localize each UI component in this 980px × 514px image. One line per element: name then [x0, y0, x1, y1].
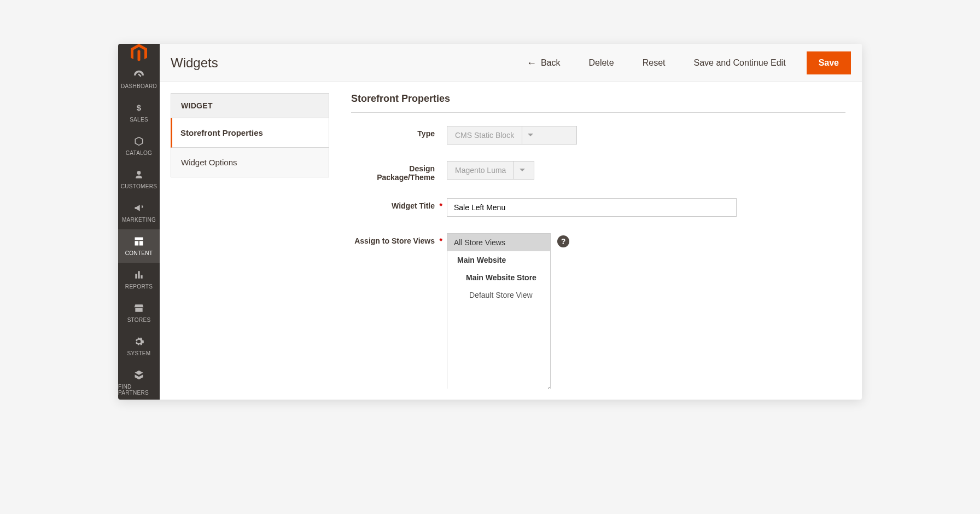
- bar-chart-icon: [132, 268, 145, 281]
- store-view-option[interactable]: Main Website Store: [447, 269, 550, 286]
- tabs-heading: WIDGET: [171, 93, 329, 118]
- chevron-down-icon: [514, 161, 530, 180]
- back-button[interactable]: ← Back: [519, 53, 568, 73]
- label-widget-title: Widget Title: [351, 198, 447, 210]
- reset-button[interactable]: Reset: [635, 53, 673, 73]
- tab-storefront-properties[interactable]: Storefront Properties: [171, 118, 329, 148]
- save-label: Save: [819, 58, 839, 68]
- nav-label: SALES: [130, 117, 148, 123]
- save-continue-button[interactable]: Save and Continue Edit: [686, 53, 794, 73]
- gear-icon: [132, 335, 145, 348]
- nav-sales[interactable]: $ SALES: [118, 96, 160, 129]
- save-button[interactable]: Save: [807, 51, 851, 74]
- partners-icon: [132, 368, 145, 382]
- label-store-views: Assign to Store Views: [351, 233, 447, 245]
- nav-label: REPORTS: [125, 284, 153, 290]
- delete-button[interactable]: Delete: [581, 53, 621, 73]
- type-select: CMS Static Block: [447, 126, 577, 145]
- nav-find-partners[interactable]: FIND PARTNERS: [118, 363, 160, 400]
- person-icon: [132, 168, 145, 181]
- nav-label: FIND PARTNERS: [118, 384, 160, 396]
- tab-widget-options[interactable]: Widget Options: [171, 148, 329, 177]
- section-title: Storefront Properties: [351, 93, 845, 113]
- nav-label: STORES: [127, 317, 151, 323]
- store-view-option[interactable]: Default Store View: [447, 286, 550, 304]
- nav-reports[interactable]: REPORTS: [118, 263, 160, 296]
- form-area: Storefront Properties Type CMS Static Bl…: [346, 93, 851, 389]
- nav-label: CATALOG: [126, 150, 152, 156]
- theme-value: Magento Luma: [447, 166, 514, 175]
- nav-customers[interactable]: CUSTOMERS: [118, 163, 160, 196]
- magento-logo: [118, 44, 160, 62]
- label-theme: Design Package/Theme: [351, 161, 447, 182]
- nav-system[interactable]: SYSTEM: [118, 330, 160, 363]
- box-icon: [132, 135, 145, 148]
- arrow-left-icon: ←: [527, 58, 536, 68]
- nav-label: MARKETING: [122, 217, 156, 223]
- nav-dashboard[interactable]: DASHBOARD: [118, 62, 160, 96]
- nav-label: CONTENT: [125, 250, 153, 256]
- tab-label: Storefront Properties: [180, 128, 263, 137]
- theme-select: Magento Luma: [447, 161, 534, 180]
- nav-catalog[interactable]: CATALOG: [118, 129, 160, 163]
- megaphone-icon: [132, 201, 145, 215]
- main-column: Widgets ← Back Delete Reset Save and Con…: [160, 44, 862, 400]
- app-frame: DASHBOARD $ SALES CATALOG CUSTOMERS MARK…: [0, 0, 980, 514]
- row-type: Type CMS Static Block: [351, 126, 845, 145]
- row-widget-title: Widget Title: [351, 198, 845, 217]
- page-body: WIDGET Storefront Properties Widget Opti…: [160, 82, 862, 400]
- svg-text:$: $: [137, 103, 142, 112]
- delete-label: Delete: [588, 58, 614, 68]
- chevron-down-icon: [522, 126, 538, 145]
- storefront-icon: [132, 302, 145, 315]
- row-store-views: Assign to Store Views All Store ViewsMai…: [351, 233, 845, 389]
- row-theme: Design Package/Theme Magento Luma: [351, 161, 845, 182]
- nav-label: SYSTEM: [127, 350, 151, 356]
- side-tabs: WIDGET Storefront Properties Widget Opti…: [171, 93, 329, 389]
- nav-label: CUSTOMERS: [121, 183, 157, 189]
- help-icon[interactable]: ?: [557, 235, 569, 247]
- admin-window: DASHBOARD $ SALES CATALOG CUSTOMERS MARK…: [118, 44, 862, 400]
- nav-content[interactable]: CONTENT: [118, 229, 160, 263]
- save-continue-label: Save and Continue Edit: [694, 58, 786, 68]
- nav-stores[interactable]: STORES: [118, 296, 160, 330]
- reset-label: Reset: [643, 58, 666, 68]
- label-type: Type: [351, 126, 447, 138]
- store-views-multiselect[interactable]: All Store ViewsMain WebsiteMain Website …: [447, 233, 551, 389]
- page-title: Widgets: [171, 55, 218, 71]
- admin-iconbar: DASHBOARD $ SALES CATALOG CUSTOMERS MARK…: [118, 44, 160, 400]
- back-label: Back: [541, 58, 561, 68]
- gauge-icon: [132, 68, 145, 81]
- page-toolbar: Widgets ← Back Delete Reset Save and Con…: [160, 44, 862, 82]
- store-view-option[interactable]: All Store Views: [447, 234, 550, 251]
- nav-marketing[interactable]: MARKETING: [118, 196, 160, 229]
- type-value: CMS Static Block: [447, 131, 522, 140]
- dollar-icon: $: [132, 101, 145, 114]
- widget-title-input[interactable]: [447, 198, 737, 217]
- tab-label: Widget Options: [181, 158, 237, 167]
- layout-icon: [132, 235, 145, 248]
- nav-label: DASHBOARD: [121, 83, 157, 89]
- store-view-option[interactable]: Main Website: [447, 251, 550, 269]
